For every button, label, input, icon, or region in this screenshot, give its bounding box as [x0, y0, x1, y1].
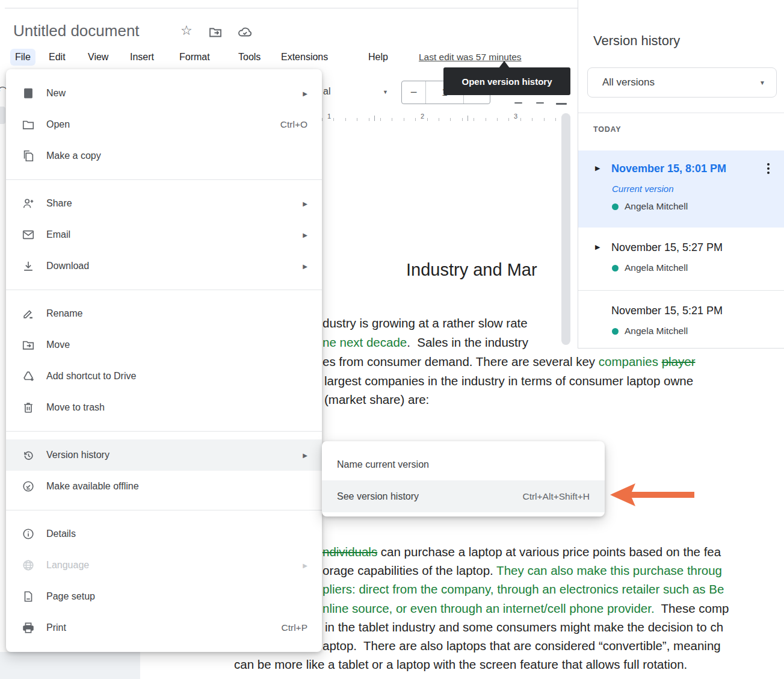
font-name-fragment[interactable]: al [323, 86, 330, 97]
document-text-line: nline source, or even through an interne… [323, 599, 729, 618]
trash-icon [22, 401, 35, 414]
font-dropdown-caret-icon[interactable]: ▼ [383, 89, 388, 95]
document-text-line: dustry is growing at a rather slow rate [323, 314, 528, 332]
menu-shortcut: Ctrl+O [280, 119, 307, 130]
document-canvas-margin [0, 652, 140, 679]
menu-item-add-shortcut-to-drive[interactable]: Add shortcut to Drive [6, 361, 322, 392]
underline-icon[interactable] [556, 103, 567, 105]
submenu-item-label: See version history [337, 491, 419, 502]
submenu-shortcut: Ctrl+Alt+Shift+H [522, 491, 590, 502]
menu-item-page-setup[interactable]: Page setup [6, 581, 322, 612]
menu-item-label: Print [46, 622, 66, 633]
expand-arrow-icon[interactable]: ▶ [595, 243, 600, 251]
menu-item-email[interactable]: Email ▶ [6, 219, 322, 250]
version-date[interactable]: November 15, 5:21 PM [611, 305, 723, 317]
cloud-status-icon[interactable] [237, 25, 253, 42]
tooltip-open-version-history: Open version history [443, 67, 570, 95]
text-segment: can purchase a laptop at various price p… [377, 545, 721, 559]
submenu-arrow-icon: ▶ [303, 263, 307, 270]
suggested-text: pliers: direct from the company, through… [323, 582, 724, 596]
version-entry-current[interactable]: ▶ November 15, 8:01 PM Current version A… [578, 150, 784, 228]
expand-arrow-icon[interactable]: ▶ [595, 164, 600, 172]
document-scrollbar[interactable] [561, 113, 570, 345]
left-edge-fragment [0, 107, 5, 124]
offline-check-icon [22, 480, 35, 493]
ruler-mid-tick [374, 116, 375, 121]
menu-help[interactable]: Help [363, 49, 393, 66]
submenu-item-label: Name current version [337, 459, 429, 470]
deleted-text: player [662, 355, 696, 368]
document-text-line: in the tablet industry and some consumer… [325, 618, 723, 636]
decrease-font-icon[interactable]: − [402, 81, 425, 104]
menu-extensions[interactable]: Extensions [276, 49, 333, 66]
more-options-icon[interactable] [767, 161, 770, 176]
text-segment: in the tablet industry and some consumer… [325, 620, 723, 634]
menu-item-new[interactable]: New ▶ [6, 78, 322, 109]
submenu-item-name-current-version[interactable]: Name current version [322, 448, 605, 480]
menu-insert[interactable]: Insert [125, 49, 159, 66]
drive-shortcut-icon [22, 370, 35, 383]
version-date[interactable]: November 15, 8:01 PM [611, 163, 726, 175]
document-text-line: largest companies in the industry in ter… [324, 371, 693, 390]
email-icon [22, 228, 35, 241]
document-text-line: (market share) are: [324, 390, 429, 409]
all-versions-dropdown[interactable]: All versions ▼ [587, 67, 777, 98]
suggested-text: They can also make this purchase throug [496, 563, 722, 577]
document-text-line: ndividuals can purchase a laptop at vari… [323, 542, 721, 561]
menu-item-language: Language ▶ [6, 550, 322, 581]
text-segment: dustry is growing at a rather slow rate [323, 316, 528, 330]
menu-item-share[interactable]: Share ▶ [6, 188, 322, 219]
move-folder-icon [22, 338, 35, 352]
italic-icon[interactable] [536, 102, 544, 104]
version-entry[interactable]: November 15, 5:21 PM Angela Mitchell [578, 291, 784, 347]
author-name: Angela Mitchell [625, 326, 688, 336]
suggested-text: nline source, or even through an interne… [323, 601, 655, 615]
menu-item-move-to-trash[interactable]: Move to trash [6, 392, 322, 423]
info-icon [22, 527, 35, 541]
divider [6, 510, 322, 510]
menu-edit[interactable]: Edit [44, 49, 70, 66]
document-text-line: can be more like a tablet or a laptop wi… [234, 655, 687, 674]
menu-item-label: Move [46, 340, 70, 350]
star-icon[interactable]: ☆ [181, 23, 193, 39]
version-author: Angela Mitchell [612, 201, 688, 212]
panel-title: Version history [593, 33, 680, 49]
move-document-icon[interactable] [208, 25, 223, 42]
text-segment: largest companies in the industry in ter… [324, 374, 693, 388]
version-author: Angela Mitchell [612, 262, 688, 273]
text-segment: orage capabilities of the laptop. [323, 563, 496, 577]
menu-item-label: Rename [46, 308, 82, 319]
menu-item-version-history[interactable]: Version history ▶ [6, 439, 322, 471]
menu-item-print[interactable]: Print Ctrl+P [6, 612, 322, 643]
divider [578, 113, 784, 113]
submenu-arrow-icon: ▶ [303, 200, 307, 207]
menu-format[interactable]: Format [174, 49, 215, 66]
page-setup-icon [22, 590, 35, 603]
document-title[interactable]: Untitled document [13, 22, 140, 40]
menu-item-make-available-offline[interactable]: Make available offline [6, 471, 322, 502]
menu-item-details[interactable]: Details [6, 518, 322, 550]
text-segment: can be more like a tablet or a laptop wi… [234, 657, 687, 671]
menu-item-rename[interactable]: Rename [6, 298, 322, 329]
share-person-add-icon [22, 197, 35, 210]
menu-item-label: Make a copy [46, 150, 101, 161]
menu-item-label: Language [46, 560, 89, 571]
tooltip-text: Open version history [461, 76, 552, 87]
version-date[interactable]: November 15, 5:27 PM [611, 241, 723, 254]
version-entry[interactable]: ▶ November 15, 5:27 PM Angela Mitchell [578, 228, 784, 290]
menu-view[interactable]: View [83, 49, 113, 66]
menu-file[interactable]: File [10, 49, 35, 66]
menu-tools[interactable]: Tools [233, 49, 265, 66]
menu-item-move[interactable]: Move [6, 329, 322, 361]
menu-item-label: Page setup [46, 591, 95, 602]
menu-item-open[interactable]: Open Ctrl+O [6, 109, 322, 140]
text-segment: es from consumer demand. There are sever… [323, 355, 599, 368]
menu-item-make-a-copy[interactable]: Make a copy [6, 140, 322, 172]
suggested-text: companies [599, 355, 662, 368]
annotation-arrow-icon [609, 481, 694, 511]
menu-item-label: Share [46, 198, 72, 209]
menu-item-download[interactable]: Download ▶ [6, 250, 322, 282]
bold-icon[interactable] [514, 102, 522, 104]
rename-pencil-icon [22, 307, 35, 320]
submenu-item-see-version-history[interactable]: See version history Ctrl+Alt+Shift+H [322, 480, 605, 512]
